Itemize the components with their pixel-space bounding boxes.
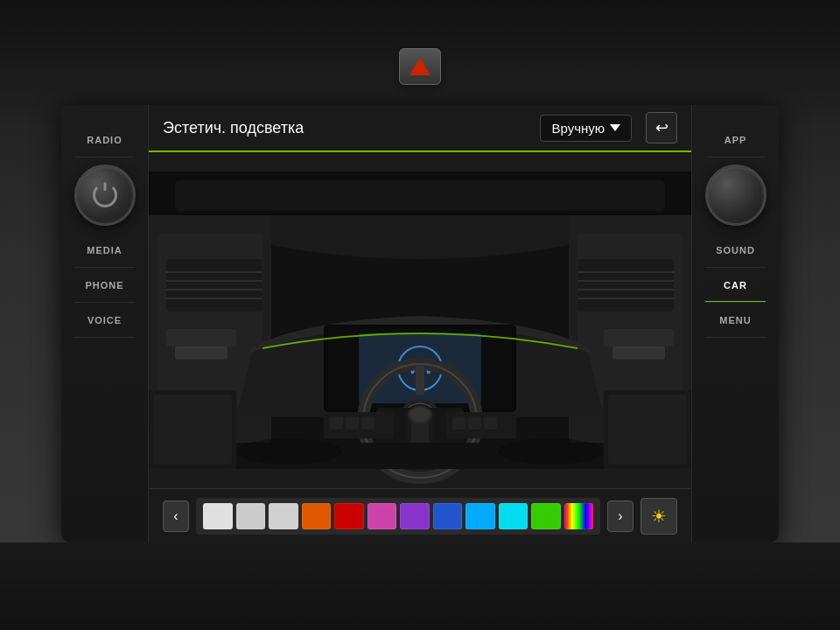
main-screen: Эстетич. подсветка Вручную ↩: [149, 105, 691, 542]
color-picker-bar: ‹ › ☀: [149, 488, 691, 542]
sidebar-item-menu[interactable]: MENU: [692, 303, 779, 338]
svg-rect-45: [452, 416, 466, 430]
volume-knob-container: [705, 164, 766, 226]
svg-rect-47: [484, 416, 497, 430]
sidebar-item-phone[interactable]: PHONE: [61, 268, 148, 303]
svg-rect-43: [346, 416, 359, 430]
sidebar-item-car[interactable]: CAR: [692, 268, 779, 303]
chevron-down-icon: [610, 124, 620, 131]
power-icon: [93, 183, 117, 207]
sidebar-item-sound[interactable]: SOUND: [692, 233, 779, 268]
svg-rect-8: [166, 259, 262, 312]
hazard-button[interactable]: [399, 48, 441, 85]
top-vent-area: [0, 0, 840, 122]
svg-point-50: [499, 438, 604, 465]
svg-rect-7: [175, 346, 228, 360]
left-panel: RADIO MEDIA PHONE VOICE: [61, 105, 149, 542]
svg-rect-17: [578, 259, 674, 312]
swatch-white3[interactable]: [269, 503, 298, 529]
infotainment-unit: RADIO MEDIA PHONE VOICE Эстетич. подсвет…: [61, 105, 779, 542]
svg-rect-54: [608, 395, 687, 465]
mode-dropdown[interactable]: Вручную: [540, 115, 632, 142]
swatch-pink[interactable]: [368, 503, 397, 529]
svg-rect-16: [612, 346, 665, 360]
swatch-cyan[interactable]: [499, 503, 528, 529]
volume-knob[interactable]: [705, 164, 766, 226]
screen-header: Эстетич. подсветка Вручную ↩: [149, 105, 691, 152]
swatch-blue2[interactable]: [466, 503, 495, 529]
sidebar-item-voice[interactable]: VOICE: [61, 303, 148, 338]
power-knob[interactable]: [74, 164, 136, 226]
right-panel: APP SOUND CAR MENU: [691, 105, 779, 542]
dropdown-label: Вручную: [551, 121, 605, 136]
brightness-icon: ☀: [651, 506, 667, 527]
power-knob-container: [74, 164, 136, 226]
car-interior-svg: VW VW: [149, 152, 691, 488]
brightness-button[interactable]: ☀: [640, 498, 677, 535]
color-prev-button[interactable]: ‹: [163, 500, 189, 532]
color-swatches-container: [196, 498, 600, 535]
svg-rect-42: [330, 416, 343, 430]
svg-point-39: [410, 408, 430, 422]
swatch-white1[interactable]: [203, 503, 233, 529]
back-button[interactable]: ↩: [646, 112, 677, 144]
sidebar-item-app[interactable]: APP: [692, 122, 779, 158]
swatch-white2[interactable]: [236, 503, 266, 529]
dashboard-background: RADIO MEDIA PHONE VOICE Эстетич. подсвет…: [0, 0, 840, 630]
bottom-area: [0, 542, 840, 630]
swatch-green[interactable]: [531, 503, 561, 529]
color-next-button[interactable]: ›: [607, 500, 634, 532]
swatch-orange[interactable]: [302, 503, 332, 529]
svg-rect-52: [153, 395, 232, 465]
screen-title: Эстетич. подсветка: [163, 119, 526, 137]
svg-rect-3: [175, 180, 665, 211]
swatch-multi[interactable]: [564, 503, 594, 529]
sidebar-item-media[interactable]: MEDIA: [61, 233, 148, 268]
sidebar-item-radio[interactable]: RADIO: [61, 122, 148, 158]
svg-rect-15: [604, 329, 674, 346]
hazard-icon: [410, 58, 430, 75]
svg-rect-44: [361, 416, 374, 430]
car-interior-view: VW VW: [149, 152, 691, 488]
svg-rect-46: [468, 416, 481, 430]
swatch-purple[interactable]: [400, 503, 430, 529]
swatch-blue1[interactable]: [433, 503, 463, 529]
swatch-red[interactable]: [334, 503, 364, 529]
svg-rect-6: [166, 329, 236, 346]
svg-point-49: [236, 438, 341, 465]
